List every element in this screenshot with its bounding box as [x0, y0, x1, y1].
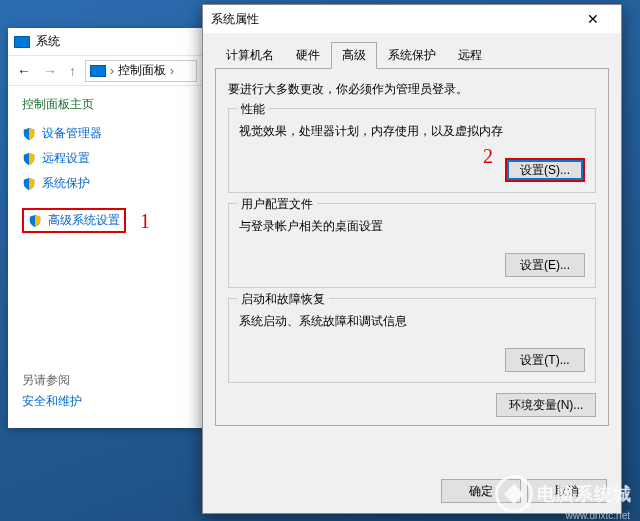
sidebar-item-device-manager[interactable]: 设备管理器 [22, 125, 189, 142]
sp-titlebar: 系统属性 ✕ [203, 5, 621, 33]
group-desc: 与登录帐户相关的桌面设置 [239, 218, 585, 235]
group-performance: 性能 视觉效果，处理器计划，内存使用，以及虚拟内存 设置(S)... [228, 108, 596, 193]
nav-back-icon[interactable]: ← [14, 63, 34, 79]
shield-icon [22, 152, 36, 166]
sidebar-item-label: 高级系统设置 [48, 212, 120, 229]
security-link[interactable]: 安全和维护 [22, 393, 82, 410]
group-title: 启动和故障恢复 [237, 291, 329, 308]
annotation-1: 1 [140, 210, 150, 233]
tab-protection[interactable]: 系统保护 [377, 42, 447, 69]
breadcrumb-label: 控制面板 [118, 62, 166, 79]
watermark-text: 电脑系统城 [537, 482, 632, 506]
shield-icon [22, 177, 36, 191]
tab-hardware[interactable]: 硬件 [285, 42, 331, 69]
group-desc: 系统启动、系统故障和调试信息 [239, 313, 585, 330]
cp-sidebar: 控制面板主页 设备管理器 远程设置 系统保护 高级系统设置 [8, 86, 203, 251]
tab-advanced[interactable]: 高级 [331, 42, 377, 69]
cp-heading: 控制面板主页 [22, 96, 189, 113]
tab-content: 要进行大多数更改，你必须作为管理员登录。 性能 视觉效果，处理器计划，内存使用，… [215, 69, 609, 426]
nav-forward-icon: → [40, 63, 60, 79]
shield-icon [28, 214, 42, 228]
cp-footer: 另请参阅 安全和维护 [22, 368, 82, 414]
tab-bar: 计算机名 硬件 高级 系统保护 远程 [215, 41, 609, 69]
cp-navbar: ← → ↑ › 控制面板 › [8, 56, 203, 86]
close-icon[interactable]: ✕ [573, 5, 613, 33]
cp-title: 系统 [36, 33, 60, 50]
sp-body: 计算机名 硬件 高级 系统保护 远程 要进行大多数更改，你必须作为管理员登录。 … [203, 33, 621, 426]
system-icon [14, 36, 30, 48]
path-icon [90, 65, 106, 77]
watermark: 电脑系统城 [495, 475, 632, 513]
control-panel-window: 系统 ← → ↑ › 控制面板 › 控制面板主页 设备管理器 远程设置 系统保护… [8, 28, 203, 428]
group-title: 用户配置文件 [237, 196, 317, 213]
annotation-2: 2 [483, 145, 493, 168]
dialog-title: 系统属性 [211, 11, 573, 28]
shield-icon [22, 127, 36, 141]
cp-titlebar: 系统 [8, 28, 203, 56]
group-profile: 用户配置文件 与登录帐户相关的桌面设置 设置(E)... [228, 203, 596, 288]
sidebar-item-protection[interactable]: 系统保护 [22, 175, 189, 192]
group-title: 性能 [237, 101, 269, 118]
group-startup: 启动和故障恢复 系统启动、系统故障和调试信息 设置(T)... [228, 298, 596, 383]
watermark-icon [495, 475, 533, 513]
group-desc: 视觉效果，处理器计划，内存使用，以及虚拟内存 [239, 123, 585, 140]
nav-up-icon[interactable]: ↑ [66, 63, 79, 79]
see-also-label: 另请参阅 [22, 372, 82, 389]
watermark-url: www.dnxtc.net [566, 510, 630, 521]
admin-note: 要进行大多数更改，你必须作为管理员登录。 [228, 81, 596, 98]
startup-settings-button[interactable]: 设置(T)... [505, 348, 585, 372]
sidebar-item-label: 设备管理器 [42, 125, 102, 142]
sidebar-item-label: 远程设置 [42, 150, 90, 167]
breadcrumb[interactable]: › 控制面板 › [85, 60, 197, 82]
profile-settings-button[interactable]: 设置(E)... [505, 253, 585, 277]
sidebar-item-advanced[interactable]: 高级系统设置 [22, 208, 126, 233]
system-properties-dialog: 系统属性 ✕ 计算机名 硬件 高级 系统保护 远程 要进行大多数更改，你必须作为… [202, 4, 622, 514]
env-vars-button[interactable]: 环境变量(N)... [496, 393, 596, 417]
sidebar-item-label: 系统保护 [42, 175, 90, 192]
tab-remote[interactable]: 远程 [447, 42, 493, 69]
perf-settings-button[interactable]: 设置(S)... [505, 158, 585, 182]
tab-computer-name[interactable]: 计算机名 [215, 42, 285, 69]
sidebar-item-remote[interactable]: 远程设置 [22, 150, 189, 167]
